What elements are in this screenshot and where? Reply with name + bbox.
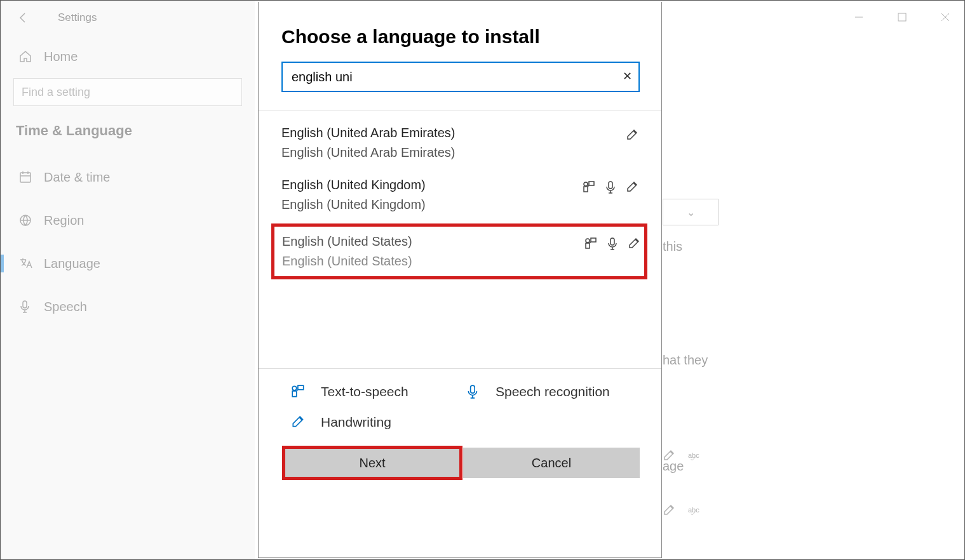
language-result-item-highlighted[interactable]: English (United States) English (United … — [271, 223, 647, 279]
language-results: English (United Arab Emirates) English (… — [259, 110, 661, 279]
tts-icon — [290, 384, 307, 399]
language-primary: English (United States) — [282, 234, 412, 249]
legend-speech: Speech recognition — [465, 384, 640, 399]
legend-label: Text-to-speech — [321, 384, 408, 399]
language-result-item[interactable]: English (United Kingdom) English (United… — [281, 168, 640, 220]
language-primary: English (United Arab Emirates) — [281, 126, 455, 140]
language-secondary: English (United Kingdom) — [281, 192, 426, 212]
language-secondary: English (United Arab Emirates) — [281, 140, 455, 160]
next-button[interactable]: Next — [284, 448, 461, 478]
legend-tts: Text-to-speech — [290, 384, 465, 399]
language-search-input[interactable] — [281, 62, 640, 92]
mic-icon — [604, 180, 618, 194]
legend-handwriting: Handwriting — [290, 415, 465, 430]
language-result-item[interactable]: English (United Arab Emirates) English (… — [281, 116, 640, 168]
tts-icon — [583, 180, 597, 194]
feature-legend: Text-to-speech Speech recognition Handwr… — [259, 369, 661, 436]
handwriting-icon — [290, 415, 307, 430]
install-language-dialog: Choose a language to install ✕ English (… — [258, 2, 662, 558]
language-primary: English (United Kingdom) — [281, 178, 426, 192]
language-secondary: English (United States) — [282, 249, 412, 269]
mic-icon — [465, 384, 482, 399]
handwriting-icon — [628, 237, 642, 251]
handwriting-icon — [626, 180, 640, 194]
tts-icon — [584, 237, 598, 251]
dialog-title: Choose a language to install — [259, 2, 661, 62]
mic-icon — [606, 237, 620, 251]
legend-label: Handwriting — [321, 415, 391, 430]
clear-search-icon[interactable]: ✕ — [623, 69, 632, 83]
legend-label: Speech recognition — [496, 384, 610, 399]
handwriting-icon — [626, 128, 640, 142]
cancel-button[interactable]: Cancel — [463, 448, 640, 478]
